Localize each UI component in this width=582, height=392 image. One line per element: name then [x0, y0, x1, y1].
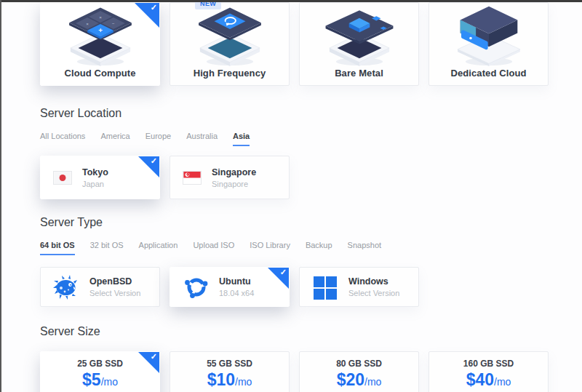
plan-price-amount: $10	[207, 370, 235, 389]
os-card-openbsd[interactable]: OpenBSD Select Version	[40, 267, 160, 307]
os-subtitle: Select Version	[89, 289, 140, 297]
size-card-55gb[interactable]: 55 GB SSD $10/mo	[170, 351, 290, 392]
os-card-ubuntu[interactable]: ✓ Ubuntu 18.04 x64	[170, 267, 290, 307]
tab-32-bit-os[interactable]: 32 bit OS	[90, 241, 124, 255]
location-country: Japan	[82, 180, 108, 188]
location-card-singapore[interactable]: Singapore Singapore	[170, 156, 290, 199]
svg-text:+: +	[98, 26, 103, 34]
plan-price: $5/mo	[41, 371, 159, 391]
selected-corner: ✓	[138, 352, 159, 373]
os-subtitle: Select Version	[348, 289, 399, 297]
os-card-windows[interactable]: Windows Select Version	[299, 267, 419, 307]
window-left-edge	[0, 0, 1, 392]
windows-icon	[312, 274, 338, 300]
plan-storage: 160 GB SSD	[429, 359, 548, 369]
os-subtitle: 18.04 x64	[219, 289, 254, 297]
selected-corner: ✓	[135, 3, 159, 28]
window-top-edge	[0, 0, 582, 2]
check-icon: ✓	[280, 268, 287, 277]
server-size-heading: Server Size	[40, 325, 100, 338]
product-card-high-frequency[interactable]: NEW High Frequency	[170, 2, 290, 86]
ubuntu-icon	[183, 274, 209, 300]
location-city: Tokyo	[82, 167, 108, 177]
plan-price: $20/mo	[300, 371, 418, 391]
product-label: Cloud Compute	[41, 68, 159, 79]
tab-asia[interactable]: Asia	[233, 132, 250, 146]
dedicated-cloud-illustration	[441, 5, 537, 66]
cloud-compute-illustration: + × − ×	[52, 5, 148, 66]
os-name: Windows	[348, 276, 399, 287]
tab-upload-iso[interactable]: Upload ISO	[193, 241, 234, 255]
server-type-tabs: 64 bit OS 32 bit OS Application Upload I…	[40, 241, 381, 255]
product-label: High Frequency	[170, 68, 289, 79]
server-location-heading: Server Location	[40, 107, 121, 120]
singapore-flag-icon	[183, 171, 202, 185]
japan-flag-icon	[53, 171, 72, 185]
bare-metal-illustration	[311, 5, 407, 66]
size-card-80gb[interactable]: 80 GB SSD $20/mo	[299, 351, 419, 392]
location-tabs: All Locations America Europe Australia A…	[40, 132, 250, 146]
tab-america[interactable]: America	[100, 132, 129, 146]
size-card-25gb[interactable]: ✓ 25 GB SSD $5/mo	[40, 351, 160, 392]
check-icon: ✓	[151, 156, 157, 166]
high-frequency-illustration	[182, 5, 278, 66]
tab-snapshot[interactable]: Snapshot	[348, 241, 381, 255]
svg-text:×: ×	[86, 21, 89, 26]
svg-text:×: ×	[99, 15, 102, 20]
size-card-160gb[interactable]: 160 GB SSD $40/mo	[428, 351, 549, 392]
tab-australia[interactable]: Australia	[186, 132, 218, 146]
product-card-cloud-compute[interactable]: ✓ + × − × Cloud	[40, 2, 160, 86]
location-card-tokyo[interactable]: ✓ Tokyo Japan	[40, 156, 160, 199]
tab-europe[interactable]: Europe	[146, 132, 171, 146]
product-card-bare-metal[interactable]: Bare Metal	[299, 2, 419, 86]
check-icon: ✓	[151, 352, 157, 361]
tab-application[interactable]: Application	[139, 241, 178, 255]
tab-iso-library[interactable]: ISO Library	[250, 241, 290, 255]
tab-64-bit-os[interactable]: 64 bit OS	[40, 241, 75, 255]
os-card-row: OpenBSD Select Version ✓	[40, 267, 549, 307]
svg-text:−: −	[112, 21, 115, 26]
plan-storage: 55 GB SSD	[170, 359, 289, 369]
selected-corner: ✓	[138, 156, 159, 177]
deploy-server-page: ✓ + × − × Cloud	[0, 0, 582, 392]
product-card-row: ✓ + × − × Cloud	[40, 2, 549, 86]
plan-price-period: /mo	[494, 376, 511, 388]
plan-price-period: /mo	[364, 376, 381, 388]
plan-price: $40/mo	[429, 371, 548, 391]
location-city: Singapore	[212, 167, 256, 177]
location-card-row: ✓ Tokyo Japan	[40, 156, 549, 199]
openbsd-icon	[53, 274, 79, 300]
plan-price-amount: $20	[337, 370, 364, 389]
plan-price-amount: $40	[466, 370, 494, 389]
selected-corner: ✓	[268, 268, 289, 289]
plan-storage: 80 GB SSD	[300, 359, 418, 369]
tab-all-locations[interactable]: All Locations	[40, 132, 85, 146]
check-icon: ✓	[151, 3, 157, 12]
product-label: Bare Metal	[300, 68, 418, 79]
plan-price-amount: $5	[82, 370, 101, 389]
product-label: Dedicated Cloud	[429, 68, 548, 79]
product-card-dedicated-cloud[interactable]: Dedicated Cloud	[428, 2, 549, 86]
size-card-row: ✓ 25 GB SSD $5/mo 55 GB SSD $10/mo 80 GB…	[40, 351, 549, 392]
os-name: Ubuntu	[219, 276, 254, 287]
os-name: OpenBSD	[89, 276, 140, 287]
plan-price-period: /mo	[235, 376, 252, 388]
tab-backup[interactable]: Backup	[306, 241, 332, 255]
plan-price: $10/mo	[170, 371, 289, 391]
server-type-heading: Server Type	[40, 216, 103, 229]
location-country: Singapore	[212, 180, 256, 188]
plan-price-period: /mo	[101, 376, 118, 388]
